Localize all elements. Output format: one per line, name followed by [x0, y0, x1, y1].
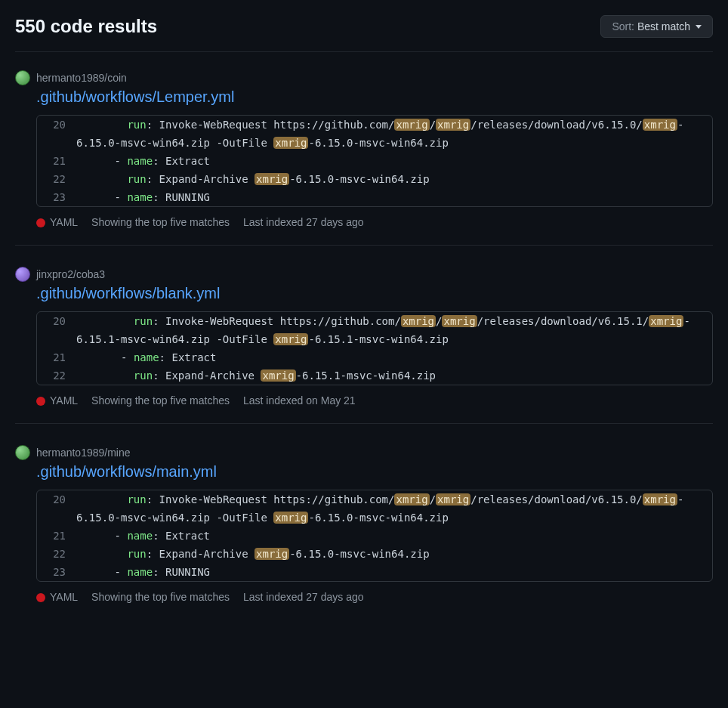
code-line: 21 - name: Extract — [37, 527, 712, 545]
match-highlight: xmrig — [643, 493, 677, 505]
sort-value: Best match — [637, 20, 690, 32]
language-color-icon — [36, 397, 45, 406]
match-highlight: xmrig — [643, 119, 677, 131]
file-path-link[interactable]: .github/workflows/Lemper.yml — [36, 88, 234, 106]
code-line: 20 run: Invoke-WebRequest https://github… — [37, 312, 712, 348]
match-highlight: xmrig — [436, 493, 470, 505]
code-snippet[interactable]: 20 run: Invoke-WebRequest https://github… — [36, 490, 713, 582]
file-path-link[interactable]: .github/workflows/main.yml — [36, 463, 217, 481]
chevron-down-icon — [696, 25, 702, 29]
match-highlight: xmrig — [394, 493, 429, 505]
code-content: run: Expand-Archive xmrig-6.15.0-msvc-wi… — [76, 170, 437, 188]
results-header: 550 code results Sort: Best match — [15, 15, 713, 52]
match-highlight: xmrig — [273, 512, 308, 524]
code-content: run: Invoke-WebRequest https://github.co… — [76, 490, 712, 527]
code-line: 21 - name: Extract — [37, 152, 712, 170]
match-highlight: xmrig — [273, 333, 308, 345]
line-number: 20 — [37, 312, 76, 348]
repo-link[interactable]: hermanto1989/coin — [36, 72, 127, 84]
line-number: 20 — [37, 490, 76, 527]
line-number: 21 — [37, 527, 76, 545]
line-number: 22 — [37, 170, 76, 188]
line-number: 22 — [37, 545, 76, 563]
code-snippet[interactable]: 20 run: Invoke-WebRequest https://github… — [36, 115, 713, 207]
matches-text: Showing the top five matches — [91, 394, 230, 407]
result-meta: YAMLShowing the top five matchesLast ind… — [36, 394, 713, 407]
line-number: 23 — [37, 188, 76, 206]
code-content: run: Invoke-WebRequest https://github.co… — [76, 312, 712, 348]
line-number: 22 — [37, 366, 76, 385]
match-highlight: xmrig — [649, 315, 683, 327]
code-content: run: Expand-Archive xmrig-6.15.1-msvc-wi… — [76, 366, 443, 385]
code-line: 23 - name: RUNNING — [37, 563, 712, 581]
search-result: jinxpro2/coba3.github/workflows/blank.ym… — [15, 267, 713, 424]
indexed-text: Last indexed 27 days ago — [243, 591, 364, 603]
code-line: 23 - name: RUNNING — [37, 188, 712, 206]
line-number: 21 — [37, 348, 76, 366]
repo-line: jinxpro2/coba3 — [15, 267, 713, 282]
result-meta: YAMLShowing the top five matchesLast ind… — [36, 216, 713, 228]
search-result: hermanto1989/mine.github/workflows/main.… — [15, 445, 713, 620]
code-content: run: Invoke-WebRequest https://github.co… — [76, 116, 712, 152]
match-highlight: xmrig — [273, 137, 308, 149]
code-line: 20 run: Invoke-WebRequest https://github… — [37, 116, 712, 152]
code-content: - name: Extract — [76, 348, 224, 366]
code-content: run: Expand-Archive xmrig-6.15.0-msvc-wi… — [76, 545, 437, 563]
sort-prefix: Sort: — [612, 20, 634, 32]
repo-line: hermanto1989/coin — [15, 70, 713, 85]
match-highlight: xmrig — [442, 315, 477, 327]
match-highlight: xmrig — [254, 548, 289, 560]
code-content: - name: Extract — [76, 152, 217, 170]
language-filter[interactable]: YAML — [36, 591, 78, 603]
code-line: 22 run: Expand-Archive xmrig-6.15.0-msvc… — [37, 545, 712, 563]
repo-line: hermanto1989/mine — [15, 445, 713, 460]
match-highlight: xmrig — [436, 119, 470, 131]
code-content: - name: Extract — [76, 527, 217, 545]
code-line: 22 run: Expand-Archive xmrig-6.15.0-msvc… — [37, 170, 712, 188]
match-highlight: xmrig — [254, 173, 289, 185]
line-number: 21 — [37, 152, 76, 170]
match-highlight: xmrig — [401, 315, 436, 327]
code-content: - name: RUNNING — [76, 188, 217, 206]
code-snippet[interactable]: 20 run: Invoke-WebRequest https://github… — [36, 311, 713, 385]
indexed-text: Last indexed 27 days ago — [243, 216, 364, 228]
sort-button[interactable]: Sort: Best match — [600, 15, 713, 38]
code-line: 21 - name: Extract — [37, 348, 712, 366]
avatar[interactable] — [15, 445, 30, 460]
result-meta: YAMLShowing the top five matchesLast ind… — [36, 591, 713, 603]
repo-link[interactable]: jinxpro2/coba3 — [36, 268, 105, 280]
language-color-icon — [36, 593, 45, 602]
code-content: - name: RUNNING — [76, 563, 217, 581]
line-number: 23 — [37, 563, 76, 581]
code-line: 20 run: Invoke-WebRequest https://github… — [37, 490, 712, 527]
search-result: hermanto1989/coin.github/workflows/Lempe… — [15, 70, 713, 246]
matches-text: Showing the top five matches — [91, 216, 230, 228]
language-filter[interactable]: YAML — [36, 216, 78, 228]
line-number: 20 — [37, 116, 76, 152]
avatar[interactable] — [15, 70, 30, 85]
indexed-text: Last indexed on May 21 — [243, 394, 356, 407]
repo-link[interactable]: hermanto1989/mine — [36, 447, 131, 459]
code-line: 22 run: Expand-Archive xmrig-6.15.1-msvc… — [37, 366, 712, 385]
language-color-icon — [36, 218, 45, 227]
language-filter[interactable]: YAML — [36, 394, 78, 407]
matches-text: Showing the top five matches — [91, 591, 230, 603]
avatar[interactable] — [15, 267, 30, 282]
results-title: 550 code results — [15, 16, 157, 37]
match-highlight: xmrig — [261, 369, 295, 382]
file-path-link[interactable]: .github/workflows/blank.yml — [36, 285, 220, 302]
match-highlight: xmrig — [394, 119, 429, 131]
